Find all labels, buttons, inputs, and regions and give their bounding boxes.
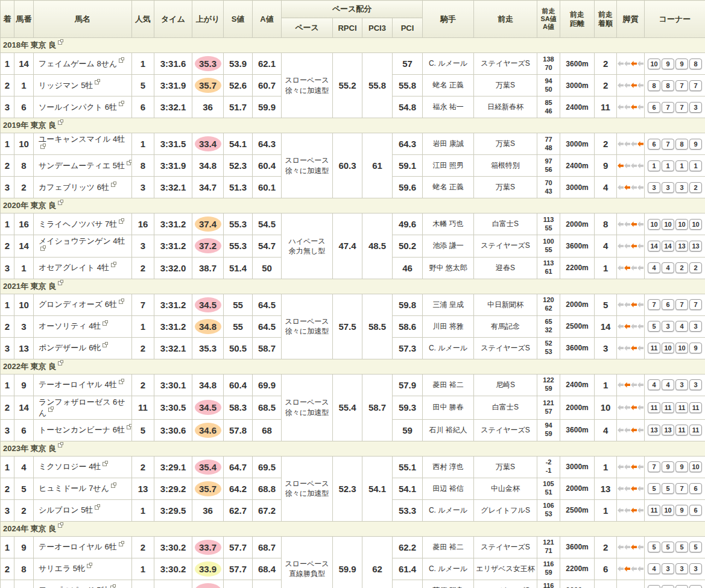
s-value-cell: 56.8	[224, 580, 253, 588]
horse-name-cell[interactable]: サンデームーティエ 5牡	[34, 155, 132, 177]
horse-name-link[interactable]: フェイムゲーム 8せん	[39, 59, 117, 68]
prev-distance-cell: 2400m	[560, 96, 595, 118]
horse-name-link[interactable]: カフェブリッツ 6牡	[39, 183, 109, 192]
horse-name-link[interactable]: ポンデザール 6牝	[39, 343, 101, 352]
prev-finish-cell: 2	[595, 536, 617, 558]
race-group-header[interactable]: 2018年 東京 良	[1, 38, 705, 53]
race-group-header[interactable]: 2020年 東京 良	[1, 198, 705, 213]
horse-name-link[interactable]: ユーキャンスマイル 4牡	[39, 134, 125, 144]
corner-badge: 10	[689, 461, 702, 472]
horse-no-cell: 14	[14, 235, 34, 257]
prev-race-cell: ステイヤーズS	[474, 580, 537, 588]
horse-name-cell[interactable]: ミクソロジー 4牡	[34, 456, 132, 478]
horse-name-cell[interactable]: ランフォザローゼス 6せん	[34, 396, 132, 419]
s-value-cell: 51.4	[224, 257, 253, 279]
horse-name-cell[interactable]: フェイムゲーム 8せん	[34, 53, 132, 75]
external-link-icon	[58, 201, 62, 205]
horse-name-cell[interactable]: テーオーロイヤル 4牡	[34, 374, 132, 396]
running-style-arrow	[618, 428, 624, 433]
popularity-cell: 6	[132, 96, 154, 118]
running-style-arrow	[618, 346, 624, 351]
horse-name-link[interactable]: ミクソロジー 4牡	[39, 462, 101, 471]
horse-name-link[interactable]: リッジマン 5牡	[39, 81, 93, 90]
corner-badge: 13	[689, 241, 702, 251]
s-value-cell: 64.2	[224, 478, 253, 499]
horse-name-link[interactable]: テーオーロイヤル 4牡	[39, 380, 117, 389]
corner-badge: 7	[675, 102, 688, 113]
race-results-table: 着 馬番 馬名 人気 タイム 上がり S値 A値 ペース配分 騎手 前走 前走 …	[0, 0, 705, 588]
horse-name-cell[interactable]: サリエラ 5牝	[34, 558, 132, 580]
horse-name-cell[interactable]: テーオーロイヤル 6牡	[34, 536, 132, 558]
race-group-header[interactable]: 2022年 東京 良	[1, 359, 705, 374]
popularity-cell: 2	[132, 536, 154, 558]
corner-badge: 11	[648, 505, 660, 516]
corner-badge: 5	[662, 483, 674, 494]
horse-name-cell[interactable]: ミライヘノツバサ 7牡	[34, 213, 132, 235]
corner-positions: 1110109	[645, 343, 704, 353]
prev-sa-a-cell: 12259	[537, 374, 560, 396]
jockey-cell: C. ルメール	[423, 558, 474, 580]
jockey-cell: 菱田 裕二	[423, 374, 474, 396]
running-style-cell	[617, 53, 645, 75]
running-style-cell	[617, 419, 645, 441]
horse-name-cell[interactable]: ユーキャンスマイル 4牡	[34, 133, 132, 155]
prev-sa-a-cell: 10055	[537, 235, 560, 257]
horse-name-cell[interactable]: トーセンカンビーナ 6牡	[34, 419, 132, 441]
corner-positions: 4433	[645, 379, 704, 390]
horse-name-cell[interactable]: ワープスピード 5牡	[34, 580, 132, 588]
horse-name-link[interactable]: ヒュミドール 7せん	[39, 484, 109, 493]
last3f-value: 38.7	[199, 263, 217, 273]
horse-name-link[interactable]: サリエラ 5牝	[39, 564, 85, 573]
running-style-arrow	[624, 185, 630, 190]
corner-badge: 9	[675, 505, 688, 516]
race-group-label: 2023年 東京 良	[3, 444, 56, 453]
prev-race-cell: 迎春S	[474, 257, 537, 279]
finish-cell: 2	[1, 396, 14, 419]
running-style-cell	[617, 294, 645, 315]
prev-race-cell: 万葉S	[474, 456, 537, 478]
race-group-header[interactable]: 2023年 東京 良	[1, 441, 705, 456]
jockey-cell: 三浦 皇成	[423, 294, 474, 315]
corner-badge: 5	[675, 542, 688, 552]
horse-name-link[interactable]: サンデームーティエ 5牡	[39, 161, 125, 170]
horse-name-cell[interactable]: ヒュミドール 7せん	[34, 478, 132, 499]
jockey-cell: 田中 勝春	[423, 396, 474, 419]
running-style-arrow	[624, 163, 630, 168]
horse-name-link[interactable]: シルブロン 5牡	[39, 505, 93, 514]
running-style-arrow	[618, 545, 624, 550]
last3f-cell: 34.5	[192, 294, 224, 315]
race-group-header[interactable]: 2021年 東京 良	[1, 279, 705, 294]
corner-badge: 3	[675, 379, 688, 390]
running-style-arrow	[637, 83, 643, 88]
prev-sa-value: 116	[538, 582, 559, 588]
a-value-cell: 59.9	[253, 96, 282, 118]
horse-name-link[interactable]: オセアグレイト 4牡	[39, 263, 109, 272]
horse-name-cell[interactable]: ソールインパクト 6牡	[34, 96, 132, 118]
horse-name-link[interactable]: ワープスピード 5牡	[39, 586, 109, 588]
prev-race-cell: グレイトフルS	[474, 499, 537, 521]
horse-name-link[interactable]: グロンディオーズ 6牡	[39, 300, 117, 309]
horse-name-cell[interactable]: オセアグレイト 4牡	[34, 257, 132, 279]
time-cell: 3:32.1	[154, 177, 192, 198]
time-cell: 3:30.2	[154, 558, 192, 580]
prev-sa-a-cell: 11659	[537, 558, 560, 580]
prev-race-cell: ステイヤーズS	[474, 53, 537, 75]
horse-name-cell[interactable]: グロンディオーズ 6牡	[34, 294, 132, 315]
horse-name-link[interactable]: オーソリティ 4牡	[39, 321, 101, 330]
horse-name-link[interactable]: ミライヘノツバサ 7牡	[39, 220, 117, 229]
horse-name-link[interactable]: ソールインパクト 6牡	[39, 103, 117, 112]
jockey-cell: 田辺 裕信	[423, 478, 474, 499]
race-group-header[interactable]: 2019年 東京 良	[1, 118, 705, 133]
time-cell: 3:29.1	[154, 456, 192, 478]
race-group-header[interactable]: 2024年 東京 良	[1, 521, 705, 536]
corner-cell: 13131111	[645, 419, 705, 441]
horse-name-link[interactable]: テーオーロイヤル 6牡	[39, 542, 117, 551]
horse-name-cell[interactable]: カフェブリッツ 6牡	[34, 177, 132, 198]
horse-name-cell[interactable]: オーソリティ 4牡	[34, 315, 132, 337]
horse-name-cell[interactable]: ポンデザール 6牝	[34, 337, 132, 359]
horse-name-cell[interactable]: リッジマン 5牡	[34, 75, 132, 96]
horse-name-cell[interactable]: シルブロン 5牡	[34, 499, 132, 521]
horse-name-link[interactable]: メイショウテンゲン 4牡	[39, 236, 125, 245]
horse-name-cell[interactable]: メイショウテンゲン 4牡	[34, 235, 132, 257]
horse-name-link[interactable]: トーセンカンビーナ 6牡	[39, 425, 125, 434]
